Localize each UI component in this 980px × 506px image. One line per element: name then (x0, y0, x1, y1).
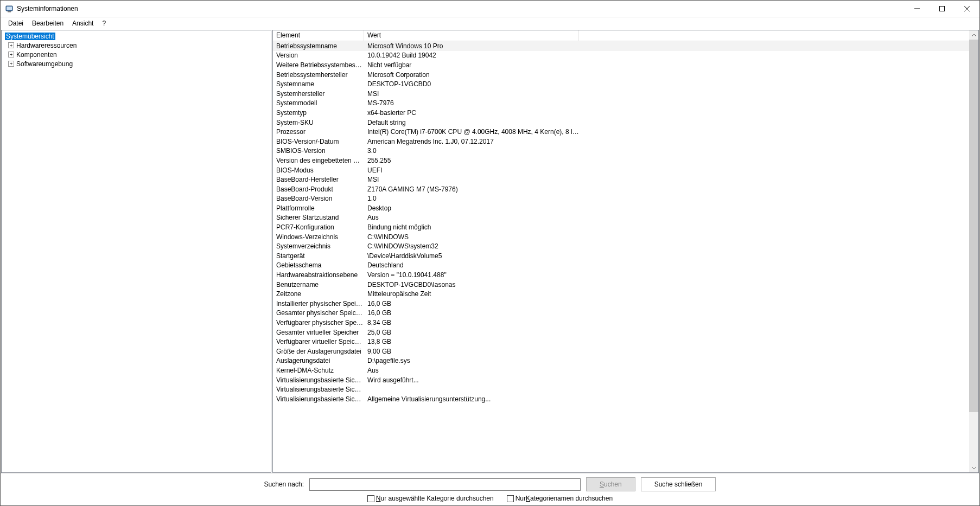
cell-value: American Megatrends Inc. 1.J0, 07.12.201… (364, 138, 579, 145)
list-row[interactable]: BenutzernameDESKTOP-1VGCBD0\Iasonas (273, 280, 969, 290)
list-row[interactable]: SystemmodellMS-7976 (273, 99, 969, 108)
list-row[interactable]: BIOS-Version/-DatumAmerican Megatrends I… (273, 137, 969, 146)
list-row[interactable]: BaseBoard-ProduktZ170A GAMING M7 (MS-797… (273, 184, 969, 194)
cell-element: BIOS-Version/-Datum (273, 138, 364, 145)
list-row[interactable]: BetriebssystemherstellerMicrosoft Corpor… (273, 70, 969, 80)
vertical-scrollbar[interactable] (969, 30, 978, 472)
cell-element: Gesamter physischer Speicher (273, 309, 364, 317)
list-row[interactable]: SystemherstellerMSI (273, 89, 969, 99)
list-row[interactable]: Virtualisierungsbasierte Sicherh...Allge… (273, 394, 969, 404)
cell-element: SMBIOS-Version (273, 147, 364, 155)
tree-root-system-overview[interactable]: Systemübersicht (2, 31, 271, 41)
tree-item-components[interactable]: + Komponenten (2, 50, 271, 59)
cell-element: Gebietsschema (273, 261, 364, 269)
list-row[interactable]: Windows-VerzeichnisC:\WINDOWS (273, 232, 969, 242)
tree-item-hardware[interactable]: + Hardwareressourcen (2, 41, 271, 50)
list-row[interactable]: Version10.0.19042 Build 19042 (273, 51, 969, 61)
cell-element: Zeitzone (273, 290, 364, 298)
list-row[interactable]: BaseBoard-HerstellerMSI (273, 175, 969, 184)
minimize-button[interactable] (905, 1, 930, 17)
cell-element: Virtualisierungsbasierte Sicherh... (273, 386, 364, 393)
tree-item-label: Komponenten (16, 51, 57, 59)
menu-view[interactable]: Ansicht (68, 18, 98, 28)
cell-element: BaseBoard-Hersteller (273, 176, 364, 183)
list-row[interactable]: Installierter physischer Speicher...16,0… (273, 299, 969, 309)
list-row[interactable]: BaseBoard-Version1.0 (273, 194, 969, 204)
checkbox-box[interactable] (507, 495, 514, 502)
scroll-thumb[interactable] (969, 40, 978, 412)
list-row[interactable]: ProzessorIntel(R) Core(TM) i7-6700K CPU … (273, 127, 969, 137)
list-header: Element Wert (273, 30, 969, 41)
cell-value: Deutschland (364, 261, 579, 269)
list-row[interactable]: SystemverzeichnisC:\WINDOWS\system32 (273, 241, 969, 251)
cell-value: MSI (364, 176, 579, 183)
svg-rect-4 (940, 7, 945, 11)
maximize-button[interactable] (930, 1, 954, 17)
list-row[interactable]: Gesamter virtueller Speicher25,0 GB (273, 328, 969, 337)
checkbox-category-names-only[interactable]: Nur Kategorienamen durchsuchen (507, 495, 613, 502)
cell-element: Betriebssystemhersteller (273, 71, 364, 79)
list-row[interactable]: SMBIOS-Version3.0 (273, 146, 969, 156)
window-title: Systeminformationen (17, 5, 78, 12)
list-row[interactable]: Virtualisierungsbasierte Sicherh...Wird … (273, 375, 969, 385)
close-button[interactable] (954, 1, 979, 17)
list-row[interactable]: Größe der Auslagerungsdatei9,00 GB (273, 347, 969, 356)
list-row[interactable]: BetriebssystemnameMicrosoft Windows 10 P… (273, 41, 969, 51)
tree-item-label: Hardwareressourcen (16, 42, 77, 49)
list-row[interactable]: Startgerät\Device\HarddiskVolume5 (273, 251, 969, 261)
list-row[interactable]: ZeitzoneMitteleuropäische Zeit (273, 289, 969, 299)
cell-value: x64-basierter PC (364, 109, 579, 117)
scroll-down-button[interactable] (969, 463, 978, 472)
search-button[interactable]: Suchen (586, 477, 635, 491)
cell-value: MSI (364, 90, 579, 98)
menu-file[interactable]: Datei (4, 18, 28, 28)
list-row[interactable]: Virtualisierungsbasierte Sicherh... (273, 385, 969, 394)
list-row[interactable]: BIOS-ModusUEFI (273, 165, 969, 175)
cell-element: BaseBoard-Produkt (273, 185, 364, 193)
list-row[interactable]: Kernel-DMA-SchutzAus (273, 366, 969, 375)
menu-help[interactable]: ? (98, 18, 110, 28)
list-row[interactable]: System-SKUDefault string (273, 118, 969, 127)
cell-element: Kernel-DMA-Schutz (273, 367, 364, 374)
cell-value: Microsoft Corporation (364, 71, 579, 79)
list-row[interactable]: GebietsschemaDeutschland (273, 261, 969, 271)
menu-edit[interactable]: Bearbeiten (28, 18, 68, 28)
search-label: Suchen nach: (264, 481, 304, 488)
list-row[interactable]: Verfügbarer physischer Speicher8,34 GB (273, 318, 969, 328)
scroll-up-button[interactable] (969, 30, 978, 40)
cell-value: Aus (364, 214, 579, 221)
checkbox-selected-category-only[interactable]: Nur ausgewählte Kategorie durchsuchen (367, 495, 494, 502)
search-input[interactable] (309, 478, 581, 491)
list-row[interactable]: HardwareabstraktionsebeneVersion = "10.0… (273, 270, 969, 280)
tree-item-label: Systemübersicht (5, 33, 55, 40)
cell-element: Version des eingebetteten Cont... (273, 157, 364, 164)
expand-icon[interactable]: + (8, 52, 14, 57)
list-row[interactable]: Verfügbarer virtueller Speicher13,8 GB (273, 337, 969, 347)
checkbox-box[interactable] (367, 495, 374, 502)
column-header-element[interactable]: Element (273, 30, 364, 41)
title-bar[interactable]: Systeminformationen (1, 1, 979, 17)
expand-icon[interactable]: + (8, 42, 14, 48)
tree-item-software[interactable]: + Softwareumgebung (2, 59, 271, 68)
list-row[interactable]: PlattformrolleDesktop (273, 203, 969, 213)
list-row[interactable]: Sicherer StartzustandAus (273, 213, 969, 223)
category-tree: Systemübersicht + Hardwareressourcen + K… (2, 30, 271, 69)
cell-element: Windows-Verzeichnis (273, 233, 364, 241)
expand-icon[interactable]: + (8, 61, 14, 67)
list-row[interactable]: Weitere Betriebssystembeschrei...Nicht v… (273, 60, 969, 70)
close-search-button[interactable]: Suche schließen (641, 477, 716, 491)
scroll-track[interactable] (969, 40, 978, 463)
list-row[interactable]: SystemnameDESKTOP-1VGCBD0 (273, 79, 969, 89)
list-row[interactable]: Version des eingebetteten Cont...255.255 (273, 156, 969, 165)
window-controls (905, 1, 979, 17)
list-row[interactable]: Gesamter physischer Speicher16,0 GB (273, 309, 969, 318)
list-row[interactable]: PCR7-KonfigurationBindung nicht möglich (273, 222, 969, 232)
column-header-value[interactable]: Wert (364, 30, 579, 41)
cell-element: BIOS-Modus (273, 166, 364, 174)
list-row[interactable]: Systemtypx64-basierter PC (273, 108, 969, 118)
list-row[interactable]: AuslagerungsdateiD:\pagefile.sys (273, 356, 969, 366)
list-body[interactable]: BetriebssystemnameMicrosoft Windows 10 P… (273, 41, 969, 404)
cell-element: Systemname (273, 80, 364, 88)
cell-value: 10.0.19042 Build 19042 (364, 52, 579, 59)
cell-element: Verfügbarer physischer Speicher (273, 319, 364, 326)
